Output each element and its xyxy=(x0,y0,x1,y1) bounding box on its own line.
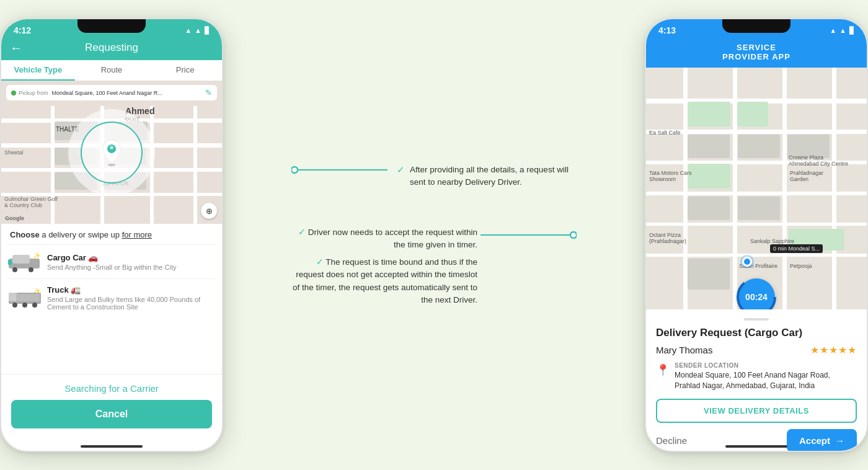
delivery-title: Delivery Request (Cargo Car) xyxy=(656,327,857,339)
svg-rect-7 xyxy=(8,260,12,265)
svg-text:✨: ✨ xyxy=(33,252,41,259)
location-button[interactable]: ⊕ xyxy=(201,203,217,219)
header-title: Requesting xyxy=(85,42,138,54)
accept-label: Accept xyxy=(799,435,830,446)
annotation2-text1: ✓ Driver now needs to accept the request… xyxy=(291,226,477,252)
left-phone: 4:12 ▲▲▊ ← Requesting Vehicle Type Route… xyxy=(0,18,223,452)
sender-address: Mondeal Square, 100 Feet Anand Nagar Roa… xyxy=(675,370,857,391)
cargo-car-desc: Send Anything -Small or Big within the C… xyxy=(47,264,177,271)
truck-info: Truck 🚛 Send Large and Bulky Items like … xyxy=(47,285,216,311)
pickup-label: Pickup from xyxy=(19,90,48,96)
r-building5 xyxy=(738,197,780,220)
right-status-icons: ▲▲▊ xyxy=(830,27,854,35)
svg-point-2 xyxy=(110,146,113,149)
green1 xyxy=(688,102,730,126)
location-pin-icon xyxy=(100,139,123,166)
r-building2 xyxy=(738,135,780,158)
user-name: Mary Thomas xyxy=(656,345,712,355)
annotation1-content: ✓ After providing all the details, a req… xyxy=(397,164,570,189)
truck-icon: ✨ xyxy=(7,288,41,309)
green3 xyxy=(688,164,730,188)
sender-location-info: SENDER LOCATION Mondeal Square, 100 Feet… xyxy=(675,362,857,391)
annotation2-content: ✓ Driver now needs to accept the request… xyxy=(291,226,477,307)
google-watermark: Google xyxy=(5,215,24,221)
r-label-octant: Octant Pizza(Prahladnagar) xyxy=(649,232,686,244)
svg-rect-14 xyxy=(16,294,40,301)
car-pin: 0 min Mondeal S... xyxy=(770,244,823,253)
searching-text: Searching for a Carrier xyxy=(11,383,212,394)
tab-price[interactable]: Price xyxy=(148,60,222,81)
timer-circle: 00:24 xyxy=(738,278,775,309)
edit-icon[interactable]: ✎ xyxy=(205,88,212,97)
annotation2-inner: ✓ Driver now needs to accept the request… xyxy=(291,226,577,307)
accept-arrow-icon: → xyxy=(835,435,844,446)
annotation2-check2: ✓ xyxy=(316,257,326,267)
delivery-card: Delivery Request (Cargo Car) Mary Thomas… xyxy=(646,309,867,452)
pulse-inner xyxy=(81,122,143,184)
annotation1: ✓ After providing all the details, a req… xyxy=(291,164,577,189)
r-label-prahla: PrahladnagarGarden xyxy=(790,170,823,182)
r-label-tata: Tata Motors CarsShowroom xyxy=(649,170,692,182)
location-icon: 📍 xyxy=(656,363,670,391)
svg-point-5 xyxy=(12,267,17,272)
view-delivery-details-button[interactable]: VIEW DELIVERY DETAILS xyxy=(656,399,857,423)
map-label-golf: Gulmohar Green Golf& Country Club xyxy=(4,196,58,208)
annotation2-text2: ✓ The request is time bound and thus if … xyxy=(291,256,477,306)
tab-route[interactable]: Route xyxy=(75,60,149,81)
pickup-address: Mondeal Square, 100 Feet Anand Nagar R..… xyxy=(52,90,162,96)
r-road-v4 xyxy=(832,68,836,309)
green2 xyxy=(737,102,768,126)
annotation1-text: After providing all the details, a reque… xyxy=(410,164,570,189)
user-row: Mary Thomas ★★★★★ xyxy=(656,344,857,356)
svg-point-13 xyxy=(32,303,37,308)
cargo-car-name: Cargo Car 🚗 xyxy=(47,253,177,262)
current-location-dot xyxy=(742,257,752,267)
timer-container: 00:24 xyxy=(738,278,775,309)
r-label-salt: Ea Salt Cafe xyxy=(649,130,681,136)
svg-rect-4 xyxy=(12,255,30,264)
location-row: 📍 SENDER LOCATION Mondeal Square, 100 Fe… xyxy=(656,362,857,391)
annotation2-check1: ✓ xyxy=(298,228,308,237)
connector-line-right-2 xyxy=(477,229,577,241)
right-phone-notch xyxy=(722,19,790,33)
left-app-header: ← Requesting xyxy=(1,38,222,60)
cancel-button[interactable]: Cancel xyxy=(11,400,212,428)
drag-indicator xyxy=(744,318,769,321)
left-map: THALTE Ahmed અમદ Gulmohar Green Golf& Co… xyxy=(1,81,222,224)
r-building1 xyxy=(688,135,730,158)
star-rating: ★★★★★ xyxy=(810,344,857,356)
decline-button[interactable]: Decline xyxy=(656,435,687,446)
r-road-v2 xyxy=(733,68,737,309)
pickup-bar: Pickup from Mondeal Square, 100 Feet Ana… xyxy=(6,85,217,100)
vehicle-item-truck[interactable]: ✨ Truck 🚛 Send Large and Bulky Items lik… xyxy=(7,278,216,317)
r-label-sankalp: Sankalp Sapphire xyxy=(750,238,794,244)
sp-header: SERVICEPROVIDER APP xyxy=(646,38,867,68)
choose-section: Choose a delivery or swipe up for more xyxy=(1,224,222,244)
r-road-v3 xyxy=(782,68,787,309)
vehicle-list: ✨ Cargo Car 🚗 Send Anything -Small or Bi… xyxy=(1,244,222,317)
left-phone-notch xyxy=(78,19,146,33)
svg-point-17 xyxy=(291,167,298,173)
accept-button[interactable]: Accept → xyxy=(787,429,857,452)
choose-text: Choose a delivery or swipe up for more xyxy=(10,230,152,239)
connector-line-left-1 xyxy=(291,164,391,176)
r-label-petpooja: Petpooja xyxy=(790,263,812,269)
back-button[interactable]: ← xyxy=(10,41,22,55)
tab-vehicle-type[interactable]: Vehicle Type xyxy=(1,60,75,81)
left-time: 4:12 xyxy=(14,25,31,35)
tabs-container: Vehicle Type Route Price xyxy=(1,60,222,81)
check-icon-1: ✓ xyxy=(397,164,405,175)
right-map: Crowne PlazaAhmedabad City Centre Ea Sal… xyxy=(646,68,867,309)
cargo-car-info: Cargo Car 🚗 Send Anything -Small or Big … xyxy=(47,253,177,271)
svg-rect-10 xyxy=(9,293,17,301)
vehicle-item-cargo[interactable]: ✨ Cargo Car 🚗 Send Anything -Small or Bi… xyxy=(7,244,216,278)
action-row: Decline Accept → xyxy=(656,429,857,452)
pulse-container xyxy=(68,109,155,196)
sp-header-title: SERVICEPROVIDER APP xyxy=(722,43,790,61)
annotation2: ✓ Driver now needs to accept the request… xyxy=(291,226,577,307)
right-time: 4:13 xyxy=(658,25,676,35)
timer-value: 00:24 xyxy=(745,292,768,302)
left-status-icons: ▲▲▊ xyxy=(185,27,210,35)
road-v4 xyxy=(193,106,197,224)
r-label-crowne: Crowne PlazaAhmedabad City Centre xyxy=(789,154,848,167)
